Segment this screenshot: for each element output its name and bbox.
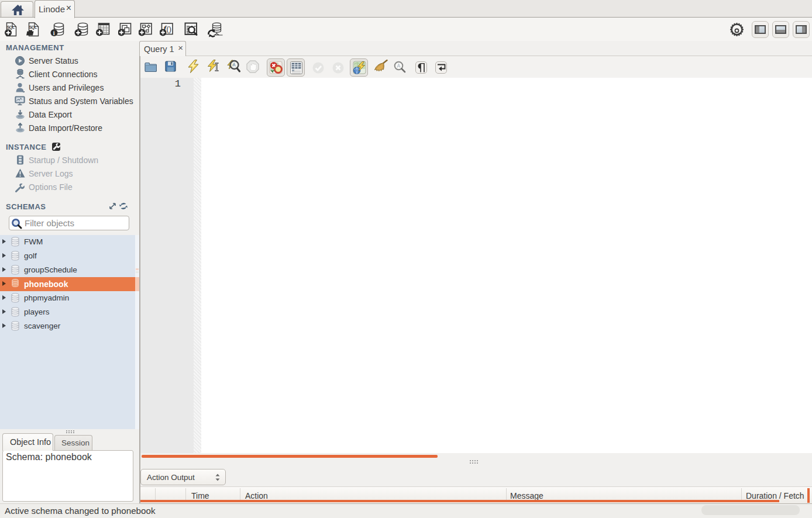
svg-text:SQL: SQL (29, 25, 37, 30)
svg-text:i: i (53, 30, 55, 36)
svg-text:(): () (167, 25, 171, 33)
svg-text:SQL: SQL (7, 25, 15, 30)
